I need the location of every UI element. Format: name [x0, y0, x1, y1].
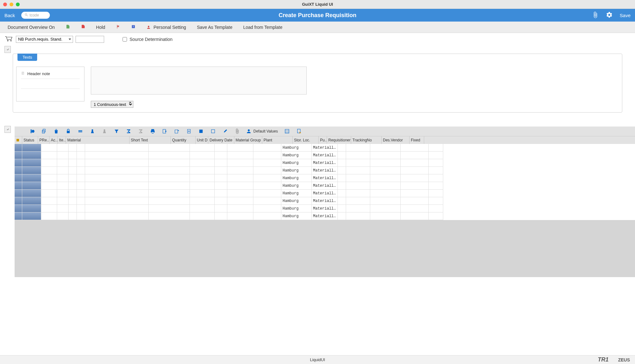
- long-text-editor[interactable]: [91, 67, 307, 94]
- subtotals-icon[interactable]: [138, 128, 144, 134]
- svg-point-3: [7, 40, 8, 41]
- svg-text:i: i: [133, 25, 134, 28]
- save-button[interactable]: Save: [620, 13, 631, 18]
- col-status[interactable]: Status: [22, 136, 38, 144]
- search-placeholder: tcode: [30, 13, 39, 17]
- info-icon[interactable]: i: [131, 24, 136, 30]
- layout-icon[interactable]: [174, 128, 180, 134]
- svg-rect-11: [78, 132, 82, 132]
- save-template-button[interactable]: Save As Template: [197, 25, 232, 30]
- header-note-label: Header note: [27, 71, 50, 76]
- table-row[interactable]: HamburgMateriall…: [15, 159, 635, 167]
- expand-icon[interactable]: [186, 128, 192, 134]
- source-determination-checkbox[interactable]: Source Determination: [123, 37, 172, 42]
- table-row[interactable]: HamburgMateriall…: [15, 205, 635, 212]
- table-row[interactable]: HamburgMateriall…: [15, 190, 635, 197]
- minimize-window-icon[interactable]: [10, 3, 13, 6]
- svg-rect-14: [211, 130, 215, 133]
- grid-header: Status PRe… Ac… Ite… Material Short Text…: [15, 136, 635, 144]
- table-row[interactable]: HamburgMateriall…: [15, 174, 635, 182]
- alv-toolbar: Default Values: [15, 127, 635, 136]
- app-header: Back tcode Create Purchase Requisition S…: [0, 9, 635, 22]
- window-title: GuiXT Liquid UI: [302, 2, 333, 7]
- doc-type-select[interactable]: NB Purch.requis. Stand.: [16, 36, 73, 43]
- table-row[interactable]: HamburgMateriall…: [15, 212, 635, 220]
- close-doc-icon[interactable]: [81, 24, 85, 30]
- status-bar: LiquidUI TR1 ZEUS: [0, 355, 635, 364]
- tcode-search[interactable]: tcode: [21, 12, 50, 19]
- svg-rect-8: [42, 130, 45, 133]
- delete-icon[interactable]: [53, 128, 59, 134]
- default-values-button[interactable]: Default Values: [246, 128, 278, 134]
- tab-texts[interactable]: Texts: [17, 54, 37, 61]
- col-stor-loc[interactable]: Stor. Loc.: [293, 136, 319, 144]
- col-ac[interactable]: Ac…: [50, 136, 58, 144]
- attach-icon[interactable]: [234, 128, 240, 134]
- table-row[interactable]: HamburgMateriall…: [15, 197, 635, 205]
- col-ite[interactable]: Ite…: [58, 136, 66, 144]
- col-quantity[interactable]: Quantity: [171, 136, 196, 144]
- text-format-select[interactable]: 1 Continuous-text…: [91, 98, 133, 108]
- deselectall-icon[interactable]: [210, 128, 216, 134]
- attachment-icon[interactable]: [592, 11, 599, 19]
- svg-rect-7: [43, 129, 45, 132]
- col-fixed[interactable]: Fixed: [410, 136, 424, 144]
- mac-title-bar: GuiXT Liquid UI: [0, 0, 635, 9]
- sum-icon[interactable]: [126, 128, 131, 134]
- table-row[interactable]: HamburgMateriall…: [15, 152, 635, 159]
- tools-icon[interactable]: [222, 128, 228, 134]
- col-pu[interactable]: Pu…: [319, 136, 327, 144]
- settings-icon[interactable]: [606, 11, 613, 19]
- svg-rect-10: [78, 130, 82, 131]
- col-material[interactable]: Material: [66, 136, 130, 144]
- print-icon[interactable]: [150, 128, 156, 134]
- new-doc-icon[interactable]: [66, 24, 70, 30]
- flag-icon[interactable]: [116, 24, 120, 30]
- document-type-row: NB Purch.requis. Stand. Source Determina…: [0, 33, 635, 45]
- table-row[interactable]: HamburgMateriall…: [15, 182, 635, 190]
- details-icon[interactable]: [29, 128, 35, 134]
- selectall-icon[interactable]: [198, 128, 204, 134]
- svg-rect-16: [285, 129, 289, 133]
- col-unit[interactable]: Unit D: [196, 136, 208, 144]
- svg-point-15: [248, 129, 250, 131]
- svg-rect-5: [31, 129, 32, 133]
- personal-setting-button[interactable]: Personal Setting: [146, 25, 186, 30]
- close-window-icon[interactable]: [3, 3, 7, 6]
- col-material-group[interactable]: Material Group: [234, 136, 262, 144]
- maximize-window-icon[interactable]: [16, 3, 20, 6]
- export-icon[interactable]: [162, 128, 168, 134]
- note-icon: [21, 71, 25, 76]
- variant-icon[interactable]: [284, 128, 290, 134]
- back-button[interactable]: Back: [4, 13, 15, 18]
- find-next-icon[interactable]: [102, 128, 107, 134]
- col-requisitioner[interactable]: Requisitioner: [327, 136, 351, 144]
- svg-rect-9: [67, 131, 70, 133]
- lock-icon[interactable]: [65, 128, 71, 134]
- texts-panel: Texts Header note 1 Continuous-text…: [13, 54, 622, 113]
- unlock-icon[interactable]: [77, 128, 83, 134]
- doc-number-input[interactable]: [76, 36, 104, 43]
- system-id: TR1: [598, 356, 609, 363]
- copy-icon[interactable]: [41, 128, 47, 134]
- find-icon[interactable]: [90, 128, 95, 134]
- table-row[interactable]: HamburgMateriall…: [15, 167, 635, 174]
- col-tracking[interactable]: TrackingNo: [351, 136, 382, 144]
- col-shorttext[interactable]: Short Text: [130, 136, 171, 144]
- hold-button[interactable]: Hold: [96, 25, 105, 30]
- col-vendor[interactable]: Des.Vendor: [382, 136, 410, 144]
- col-sel-icon[interactable]: [15, 136, 22, 144]
- document-overview-button[interactable]: Document Overview On: [8, 25, 55, 30]
- save-variant-icon[interactable]: [296, 128, 302, 134]
- table-row[interactable]: HamburgMateriall…: [15, 144, 635, 152]
- filter-icon[interactable]: [114, 128, 119, 134]
- load-template-button[interactable]: Load from Template: [243, 25, 282, 30]
- collapse-handle-grid-icon[interactable]: ⤶: [4, 126, 11, 133]
- col-plant[interactable]: Plant: [262, 136, 293, 144]
- col-pre[interactable]: PRe…: [38, 136, 50, 144]
- col-delivery-date[interactable]: Delivery Date: [208, 136, 234, 144]
- header-note-list[interactable]: Header note: [16, 67, 84, 101]
- collapse-handle-icon[interactable]: ⤶: [4, 46, 11, 53]
- items-grid[interactable]: Status PRe… Ac… Ite… Material Short Text…: [15, 136, 635, 277]
- search-icon: [24, 13, 28, 18]
